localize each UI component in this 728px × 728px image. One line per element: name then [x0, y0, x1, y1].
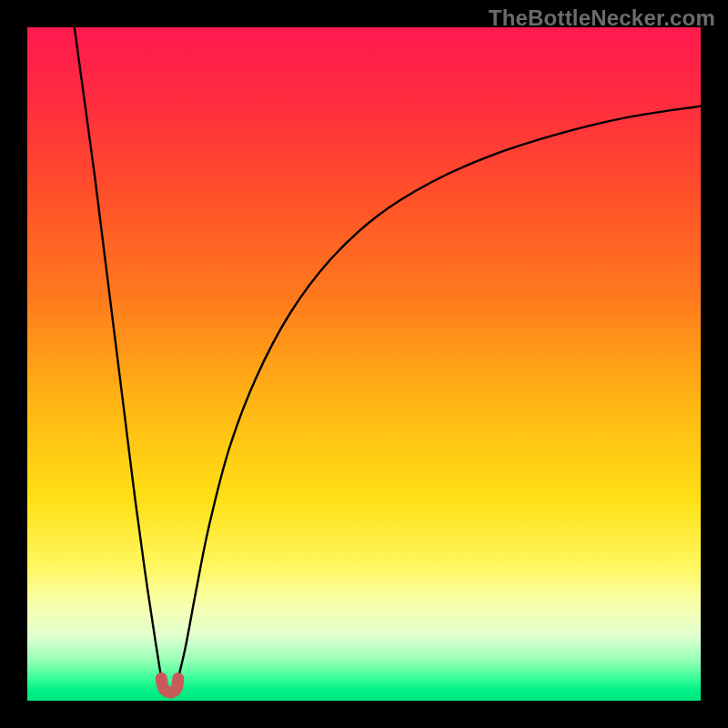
bottleneck-chart [27, 27, 701, 701]
chart-frame [27, 27, 701, 701]
watermark-text: TheBottleNecker.com [489, 5, 715, 31]
gradient-background [27, 27, 701, 701]
